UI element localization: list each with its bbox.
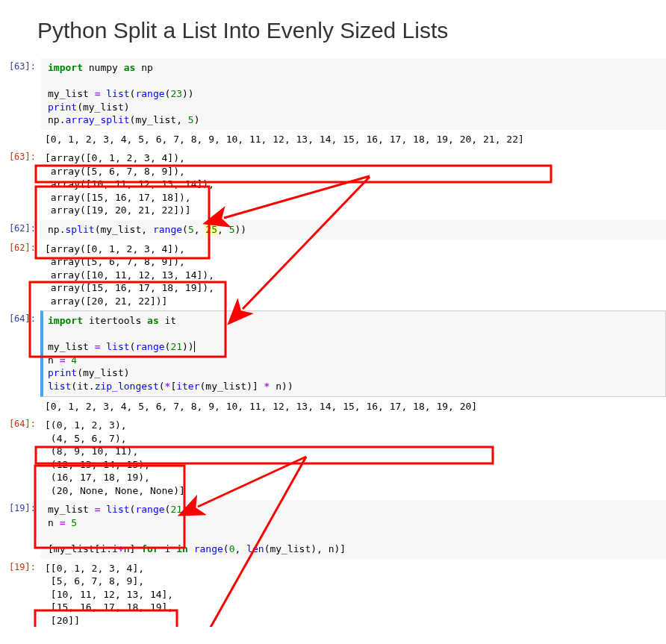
code-content[interactable]: import itertools as it my_list = list(ra…: [48, 314, 661, 393]
output-prompt: [62]:: [0, 240, 40, 253]
stdout-row: [0, 1, 2, 3, 4, 5, 6, 7, 8, 9, 10, 11, 1…: [0, 397, 666, 416]
stdout-area: [0, 1, 2, 3, 4, 5, 6, 7, 8, 9, 10, 11, 1…: [40, 397, 666, 416]
code-cell[interactable]: [63]:import numpy as np my_list = list(r…: [0, 58, 666, 130]
code-cell[interactable]: [19]:my_list = list(range(21)) n = 5 [my…: [0, 500, 666, 558]
stdout-row: [0, 1, 2, 3, 4, 5, 6, 7, 8, 9, 10, 11, 1…: [0, 130, 666, 149]
result-area: [(0, 1, 2, 3), (4, 5, 6, 7), (8, 9, 10, …: [40, 416, 666, 500]
result-area: [array([0, 1, 2, 3, 4]), array([5, 6, 7,…: [40, 240, 666, 311]
result-area: [[0, 1, 2, 3, 4], [5, 6, 7, 8, 9], [10, …: [40, 559, 666, 631]
result-row: [62]:[array([0, 1, 2, 3, 4]), array([5, …: [0, 240, 666, 311]
code-content[interactable]: np.split(my_list, range(5, 25, 5)): [48, 223, 662, 237]
result-row: [63]:[array([0, 1, 2, 3, 4]), array([5, …: [0, 149, 666, 220]
notebook: [63]:import numpy as np my_list = list(r…: [0, 58, 666, 630]
output-prompt: [19]:: [0, 559, 40, 572]
output-prompt: [64]:: [0, 416, 40, 429]
result-text: [array([0, 1, 2, 3, 4]), array([5, 6, 7,…: [45, 243, 662, 308]
input-area[interactable]: np.split(my_list, range(5, 25, 5)): [40, 220, 666, 240]
page-title: Python Split a List Into Evenly Sized Li…: [37, 18, 666, 43]
result-row: [64]:[(0, 1, 2, 3), (4, 5, 6, 7), (8, 9,…: [0, 416, 666, 500]
stdout-area: [0, 1, 2, 3, 4, 5, 6, 7, 8, 9, 10, 11, 1…: [40, 130, 666, 149]
stdout-text: [0, 1, 2, 3, 4, 5, 6, 7, 8, 9, 10, 11, 1…: [45, 400, 662, 413]
input-prompt: [62]:: [0, 220, 40, 234]
code-cell[interactable]: [62]:np.split(my_list, range(5, 25, 5)): [0, 220, 666, 240]
input-area[interactable]: import numpy as np my_list = list(range(…: [40, 58, 666, 130]
result-row: [19]:[[0, 1, 2, 3, 4], [5, 6, 7, 8, 9], …: [0, 559, 666, 631]
input-prompt: [63]:: [0, 58, 40, 72]
input-area[interactable]: my_list = list(range(21)) n = 5 [my_list…: [40, 500, 666, 558]
input-prompt: [64]:: [0, 310, 40, 324]
code-content[interactable]: my_list = list(range(21)) n = 5 [my_list…: [48, 503, 662, 555]
input-prompt: [19]:: [0, 500, 40, 513]
result-text: [array([0, 1, 2, 3, 4]), array([5, 6, 7,…: [45, 151, 662, 217]
code-cell[interactable]: [64]:import itertools as it my_list = li…: [0, 310, 666, 396]
result-text: [[0, 1, 2, 3, 4], [5, 6, 7, 8, 9], [10, …: [45, 562, 662, 628]
result-area: [array([0, 1, 2, 3, 4]), array([5, 6, 7,…: [40, 149, 666, 220]
code-content[interactable]: import numpy as np my_list = list(range(…: [48, 61, 662, 127]
output-prompt: [63]:: [0, 149, 40, 162]
result-text: [(0, 1, 2, 3), (4, 5, 6, 7), (8, 9, 10, …: [45, 419, 662, 497]
stdout-text: [0, 1, 2, 3, 4, 5, 6, 7, 8, 9, 10, 11, 1…: [45, 133, 662, 146]
input-area[interactable]: import itertools as it my_list = list(ra…: [40, 310, 666, 396]
